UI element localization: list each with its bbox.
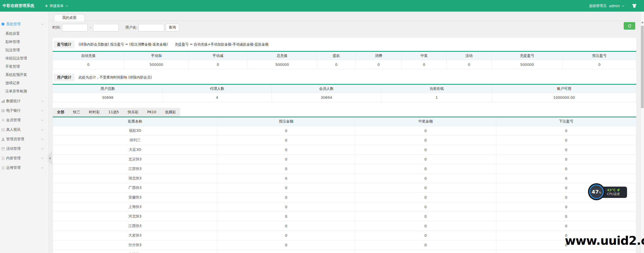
page-tabstrip: 我的桌面 (49, 12, 640, 21)
quick-menu-button[interactable]: + 快捷菜单 (45, 3, 67, 8)
bet-profit: 0 (496, 250, 636, 253)
column-header: 账户可用 (492, 84, 636, 93)
top-bar: 中彩在线管理系统 + 快捷菜单 超级管理员 admin (0, 0, 644, 12)
bet-amount: 0 (217, 240, 355, 250)
sidebar-item-activity-management[interactable]: 活动管理 (0, 144, 49, 153)
bet-amount: 0 (217, 202, 355, 212)
column-header: 会员人数 (272, 84, 381, 93)
bet-profit: 0 (496, 221, 636, 231)
table-row: 江西快3000 (53, 221, 636, 231)
column-header: 提款 (317, 51, 356, 60)
cpu-usage-value: 47 (592, 189, 599, 195)
column-header: 自动充值 (53, 51, 124, 60)
win-amount: 0 (355, 250, 496, 253)
sidebar-item-system-predraw[interactable]: 系统彩预开奖 (0, 71, 49, 79)
time-end-input[interactable] (93, 24, 119, 31)
sidebar-item-traditional-play[interactable]: 传统玩法管理 (0, 54, 49, 62)
win-amount: 0 (355, 202, 496, 212)
time-start-input[interactable] (62, 24, 88, 31)
table-row: 大富3D000 (53, 145, 636, 154)
cpu-usage-unit: % (599, 191, 601, 194)
bet-profit: 0 (496, 135, 636, 145)
watermark: www.uuid2.com (565, 234, 644, 248)
chevron-down-icon (41, 137, 44, 140)
chevron-down-icon (622, 4, 624, 7)
tab-all[interactable]: 全部 (53, 108, 69, 117)
admin-user-icon (1, 137, 5, 141)
sidebar-item-system-management[interactable]: 系统管理 (0, 19, 49, 29)
sidebar-item-abnormal-bet-check[interactable]: 注单异常检测 (0, 87, 49, 95)
sidebar-item-system-settings[interactable]: 系统设置 (0, 29, 49, 38)
tab-dipincai[interactable]: 低频彩 (161, 108, 180, 117)
chevron-down-icon (41, 99, 44, 102)
vertical-scrollbar[interactable] (640, 12, 644, 253)
dashboard-panel: 盈亏统计 (排除内部会员数据) 投注盈亏 = (投注消费金额-返奖金额) 充提盈… (53, 38, 636, 253)
sidebar-item-data-statistics[interactable]: 数据统计 (0, 96, 49, 106)
win-amount: 0 (355, 164, 496, 173)
tab-kuailecai[interactable]: 快乐彩 (123, 108, 143, 117)
bet-amount: 0 (217, 183, 355, 193)
sidebar-item-admin-management[interactable]: 管理员管理 (0, 134, 49, 144)
query-button[interactable]: 查询 (166, 24, 179, 31)
column-header: 消费 (356, 51, 402, 60)
tab-pk10[interactable]: PK10 (143, 108, 161, 117)
sidebar-item-label: 系统管理 (6, 22, 21, 27)
tab-my-desktop[interactable]: 我的桌面 (54, 14, 85, 21)
table-row: 排列三000 (53, 135, 636, 145)
username-input[interactable] (139, 24, 164, 31)
sidebar-item-lottery-type[interactable]: 彩种管理 (0, 38, 49, 46)
collapse-arrow-icon (49, 157, 51, 160)
sidebar-item-game-records[interactable]: 游戏记录 (0, 79, 49, 87)
plus-icon: + (45, 3, 48, 8)
lottery-name: 河北快3 (53, 212, 217, 221)
refresh-button[interactable] (624, 22, 635, 30)
sidebar-item-member-management[interactable]: 会员管理 (0, 115, 49, 125)
sidebar-item-content-management[interactable]: 内容管理 (0, 153, 49, 163)
profit-value: 0 (563, 60, 636, 69)
win-amount: 0 (355, 154, 496, 164)
sidebar-item-ops-management[interactable]: 运维管理 (0, 163, 49, 172)
lottery-name: 北京快3 (53, 154, 217, 164)
lottery-name: 排列三 (53, 135, 217, 145)
profit-value: 0 (189, 60, 247, 69)
chevron-down-icon (41, 128, 44, 130)
sidebar-item-e-bank[interactable]: 电子银行 (0, 106, 49, 115)
table-row: 大发快3000 (53, 231, 636, 240)
user-stats-value-row: 30698 4 30694 1 1000000.00 (53, 93, 636, 102)
sidebar-item-live-video[interactable]: 真人视讯 (0, 125, 49, 134)
tab-kuaisan[interactable]: 快三 (69, 108, 85, 117)
table-row: 福彩3D000 (53, 126, 636, 135)
lottery-name: 大发快3 (53, 231, 217, 240)
tab-shishicai[interactable]: 时时彩 (85, 108, 104, 117)
profit-section-note: (排除内部会员数据) 投注盈亏 = (投注消费金额-返奖金额) 充提盈亏 = 自… (79, 42, 269, 47)
sidebar-item-draw-management[interactable]: 开奖管理 (0, 62, 49, 71)
sidebar-item-label: 真人视讯 (6, 127, 21, 132)
table-row: 分分快3000 (53, 240, 636, 250)
user-stats-header-row: 用户总数 代理人数 会员人数 当前在线 账户可用 (53, 84, 636, 93)
cpu-monitor-widget[interactable]: 43℃ CPU温度 47 % (588, 183, 605, 200)
table-row: 上海快3000 (53, 202, 636, 212)
lottery-name: 湖北快3 (53, 173, 217, 183)
bet-profit: 0 (496, 173, 636, 183)
user-menu[interactable]: admin (609, 4, 624, 8)
chevron-down-icon (41, 118, 44, 121)
scrollbar-thumb[interactable] (641, 26, 644, 108)
main-content: 我的桌面 时间: - 用户名: 查询 盈亏统计 (排除内部会员数据) 投注盈亏 … (49, 12, 640, 253)
win-amount: 0 (355, 145, 496, 154)
bet-amount: 0 (217, 154, 355, 164)
table-row: 北京快3000 (53, 154, 636, 164)
user-section-title: 用户统计 (54, 74, 75, 81)
bet-profit: 0 (496, 212, 636, 221)
sidebar-item-play-management[interactable]: 玩法管理 (0, 46, 49, 54)
theme-tshirt-icon[interactable] (632, 4, 637, 8)
scrollbar-up-arrow-icon[interactable] (641, 21, 644, 23)
list-icon (1, 109, 5, 112)
lottery-name: 江苏快3 (53, 164, 217, 173)
win-amount: 0 (355, 173, 496, 183)
tab-11xuan5[interactable]: 11选5 (104, 108, 123, 117)
user-stat-value: 1 (381, 93, 492, 102)
column-header: 下注盈亏 (496, 117, 636, 126)
gift-icon (1, 147, 5, 151)
lottery-name: 广西快3 (53, 183, 217, 193)
cpu-temperature: 43℃ (607, 188, 616, 192)
